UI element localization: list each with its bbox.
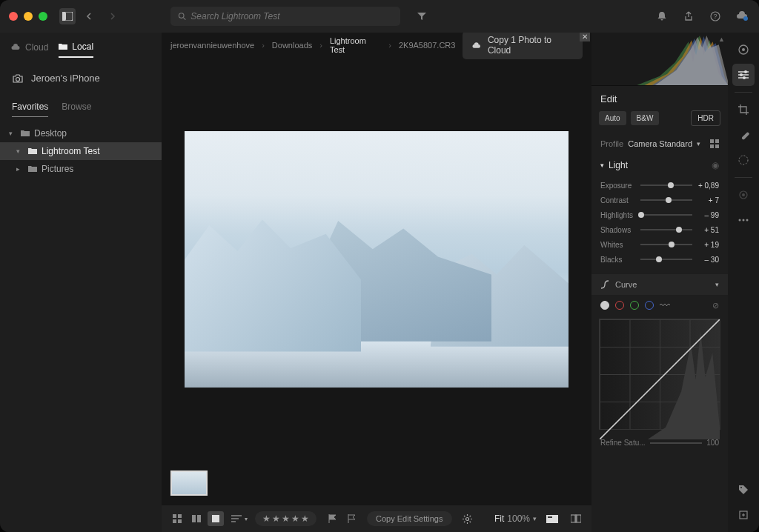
clip-indicator-icon[interactable]: ▲ [718, 36, 725, 43]
maximize-window[interactable] [39, 12, 47, 21]
share-icon[interactable] [680, 8, 697, 24]
slider-value: + 19 [697, 241, 719, 249]
thumbnail[interactable] [170, 471, 208, 496]
slider-track[interactable] [640, 229, 692, 230]
zoom-fit-selector[interactable]: Fit 100% ▾ [494, 513, 537, 524]
more-tool-icon[interactable] [732, 209, 755, 231]
slider-track[interactable] [640, 259, 692, 260]
help-icon[interactable]: ? [707, 8, 723, 24]
svg-rect-11 [192, 515, 196, 522]
masking-tool-icon[interactable] [732, 149, 755, 171]
curve-channel-luma[interactable] [600, 301, 609, 310]
slider-track[interactable] [640, 214, 692, 216]
grid-view-icon[interactable] [169, 511, 185, 526]
svg-rect-9 [173, 519, 176, 523]
curve-channel-blue[interactable] [645, 301, 654, 310]
healing-tool-icon[interactable] [732, 124, 755, 146]
color-mixer-tool-icon[interactable] [732, 39, 755, 61]
nav-forward-icon[interactable] [104, 8, 120, 24]
star-icon[interactable]: ★ [272, 513, 280, 524]
photo [185, 131, 569, 388]
star-icon[interactable]: ★ [262, 513, 271, 524]
slider-whites[interactable]: Whites+ 19 [600, 237, 719, 252]
slider-track[interactable] [640, 184, 692, 186]
star-icon[interactable]: ★ [301, 513, 309, 524]
refine-label: Refine Satu... [600, 439, 646, 447]
sort-icon[interactable]: ▾ [231, 511, 248, 526]
eye-icon[interactable]: ◉ [712, 160, 719, 170]
crumb-2[interactable]: Lightroom Test [330, 36, 381, 54]
folder-icon [59, 43, 67, 50]
gear-icon[interactable] [460, 511, 476, 526]
svg-rect-15 [546, 515, 558, 523]
copy-to-cloud-button[interactable]: Copy 1 Photo to Cloud [463, 33, 583, 59]
sidebar-toggle-icon[interactable] [59, 8, 76, 24]
star-icon[interactable]: ★ [291, 513, 299, 524]
auto-button[interactable]: Auto [599, 111, 626, 125]
curve-reset-icon[interactable]: ⊘ [712, 301, 719, 310]
photo-viewport[interactable] [168, 58, 586, 461]
device-row[interactable]: Jeroen's iPhone [0, 62, 162, 94]
profile-browser-icon[interactable] [710, 139, 719, 148]
curve-panel-header[interactable]: Curve ▾ [591, 274, 728, 295]
sidebar-tab-local[interactable]: Local [59, 41, 93, 58]
tree-item-lightroom-test[interactable]: ▾ Lightroom Test [0, 142, 162, 160]
curve-label: Curve [615, 280, 637, 289]
tag-tool-icon[interactable] [732, 479, 755, 501]
slider-highlights[interactable]: Highlights– 99 [600, 207, 719, 222]
subtab-favorites[interactable]: Favorites [12, 102, 48, 117]
crumb-3[interactable]: 2K9A5807.CR3 [399, 41, 455, 50]
edit-sliders-tool-icon[interactable] [732, 64, 755, 86]
cloud-sync-icon[interactable] [734, 8, 750, 24]
before-after-icon[interactable] [568, 511, 584, 526]
tree-item-desktop[interactable]: ▾ Desktop [0, 124, 162, 142]
search-input[interactable] [190, 11, 393, 21]
crumb-1[interactable]: Downloads [272, 41, 312, 50]
svg-rect-21 [710, 144, 714, 148]
filter-icon[interactable] [414, 8, 430, 24]
curve-channel-red[interactable] [615, 301, 624, 310]
curve-channel-green[interactable] [630, 301, 639, 310]
refine-slider[interactable] [650, 442, 703, 444]
compare-view-icon[interactable] [188, 511, 205, 526]
minimize-window[interactable] [24, 12, 33, 21]
export-tool-icon[interactable] [732, 504, 755, 526]
crop-tool-icon[interactable] [732, 99, 755, 121]
copy-edit-settings-button[interactable]: Copy Edit Settings [367, 511, 452, 526]
slider-shadows[interactable]: Shadows+ 51 [600, 222, 719, 237]
crumb-0[interactable]: jeroenvannieuwenhove [170, 41, 254, 50]
svg-text:?: ? [713, 13, 717, 20]
parametric-curve-icon[interactable]: 〰 [660, 299, 670, 311]
close-window[interactable] [9, 12, 18, 21]
slider-blacks[interactable]: Blacks– 30 [600, 252, 719, 267]
hdr-button[interactable]: HDR [691, 110, 720, 126]
tree-item-pictures[interactable]: ▸ Pictures [0, 160, 162, 178]
light-panel-header[interactable]: ▾ Light ◉ [591, 154, 728, 176]
bw-button[interactable]: B&W [631, 111, 660, 125]
nav-back-icon[interactable] [82, 8, 98, 24]
tone-curve[interactable] [599, 319, 720, 430]
slider-track[interactable] [640, 244, 692, 245]
svg-rect-20 [715, 139, 719, 143]
close-pane-icon[interactable]: ✕ [580, 33, 590, 41]
redeye-tool-icon[interactable] [732, 184, 755, 206]
slider-track[interactable] [640, 199, 692, 201]
loupe-view-icon[interactable] [208, 511, 224, 526]
svg-rect-16 [548, 516, 552, 518]
slider-exposure[interactable]: Exposure+ 0,89 [600, 178, 719, 193]
star-icon[interactable]: ★ [282, 513, 290, 524]
rating-stars[interactable]: ★★★★★ [255, 511, 316, 526]
flag-reject-icon[interactable] [343, 511, 359, 526]
bell-icon[interactable] [654, 8, 670, 24]
sidebar-tab-cloud[interactable]: Cloud [10, 41, 48, 58]
svg-point-36 [740, 487, 742, 488]
info-overlay-icon[interactable] [544, 511, 560, 526]
flag-pick-icon[interactable] [324, 511, 340, 526]
cloud-icon [10, 44, 21, 51]
subtab-browse[interactable]: Browse [62, 102, 91, 117]
search-bar[interactable] [170, 7, 400, 26]
svg-point-27 [740, 73, 743, 76]
profile-selector[interactable]: Profile Camera Standard ▾ [591, 133, 728, 154]
histogram[interactable]: ▲ [591, 33, 728, 86]
slider-contrast[interactable]: Contrast+ 7 [600, 193, 719, 207]
